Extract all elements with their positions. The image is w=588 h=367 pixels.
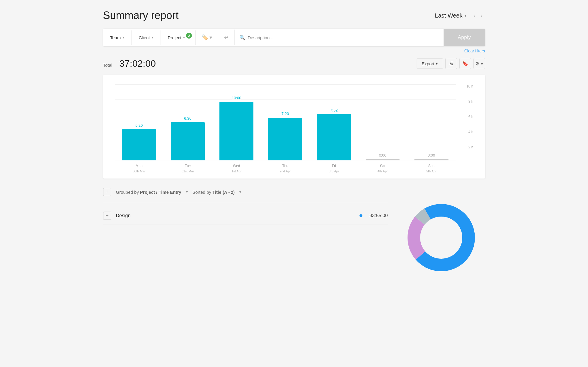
- row-time: 33:55:00: [369, 213, 388, 218]
- bar-day-label: Sat4th Apr: [358, 163, 407, 174]
- table-row: + Design 33:55:00: [103, 207, 388, 225]
- project-filter-button[interactable]: Project ▾ 2: [161, 30, 196, 45]
- search-input[interactable]: [248, 35, 439, 40]
- settings-button[interactable]: ⚙ ▾: [473, 58, 485, 69]
- bar-group: 10:00: [212, 84, 261, 160]
- client-filter-button[interactable]: Client ▾: [132, 30, 161, 45]
- team-filter-button[interactable]: Team ▾: [103, 30, 132, 45]
- separator: [103, 202, 388, 202]
- total-label: Total: [103, 63, 113, 68]
- bar-date-label: 5th Apr: [426, 169, 437, 173]
- chevron-down-icon: ▾: [152, 35, 154, 40]
- filter-bar: Team ▾ Client ▾ Project ▾ 2 🏷️ ▾ ↩ 🔍 App…: [103, 29, 485, 46]
- clear-filters-row: Clear filters: [103, 49, 485, 53]
- chevron-down-icon: ▾: [122, 35, 124, 40]
- bar-value: 7:52: [330, 108, 338, 112]
- y-axis-labels: 10 h 8 h 6 h 4 h 2 h: [457, 84, 473, 160]
- expand-row-button[interactable]: +: [103, 212, 111, 220]
- chevron-down-icon: ▾: [464, 13, 466, 18]
- header-right: Last Week ▾ ‹ ›: [435, 11, 485, 20]
- bar-group: 6:30: [163, 84, 212, 160]
- summary-row: Total 37:02:00 Export ▾ 🖨 🔖 ⚙ ▾: [103, 58, 485, 69]
- summary-actions: Export ▾ 🖨 🔖 ⚙ ▾: [417, 58, 485, 69]
- bar: [414, 159, 448, 160]
- bar-date-label: 30th Mar: [133, 169, 145, 173]
- tags-icon: 🏷️ ▾: [202, 35, 212, 40]
- bar-date-label: 31st Mar: [182, 169, 194, 173]
- clear-filters-button[interactable]: Clear filters: [464, 49, 485, 53]
- grouped-by-label: Grouped by Project / Time Entry: [116, 190, 181, 195]
- donut-chart-container: [397, 188, 485, 276]
- project-filter-label: Project: [168, 35, 182, 40]
- bar-group: 7:52: [310, 84, 358, 160]
- bar-value: 10:00: [232, 96, 241, 100]
- bar-day-label: Thu2nd Apr: [261, 163, 309, 174]
- bar-day-label: Wed1st Apr: [212, 163, 261, 174]
- apply-button[interactable]: Apply: [444, 29, 485, 46]
- project-filter-badge: 2: [186, 33, 192, 39]
- bar-day-label: Fri3rd Apr: [310, 163, 358, 174]
- donut-chart: [403, 200, 479, 276]
- settings-icon: ⚙ ▾: [475, 61, 483, 66]
- x-axis-label-group: Sun5th Apr: [407, 160, 456, 174]
- y-label: 2 h: [468, 145, 473, 149]
- x-axis-label-group: Mon30th Mar: [115, 160, 163, 174]
- chevron-down-icon: ▾: [183, 35, 185, 40]
- nav-arrows: ‹ ›: [471, 11, 485, 20]
- bar: [317, 114, 351, 160]
- billable-filter-button[interactable]: ↩: [218, 30, 235, 45]
- x-axis-label-group: Sat4th Apr: [358, 160, 407, 174]
- bar-date-label: 2nd Apr: [280, 169, 291, 173]
- sort-dropdown-button[interactable]: ▾: [239, 190, 241, 194]
- x-axis-label-group: Fri3rd Apr: [310, 160, 358, 174]
- bar-value: 6:30: [184, 116, 191, 121]
- bookmark-button[interactable]: 🔖: [459, 58, 471, 69]
- total-time: 37:02:00: [119, 58, 156, 69]
- bar-group: 7:20: [261, 84, 309, 160]
- client-filter-label: Client: [139, 35, 150, 40]
- row-name: Design: [116, 213, 360, 218]
- bars-row: 5:206:3010:007:207:520:000:00: [115, 84, 473, 160]
- bar-value: 7:20: [282, 112, 289, 116]
- bar-day-label: Sun5th Apr: [407, 163, 456, 174]
- bar-group: 0:00: [358, 84, 407, 160]
- y-label: 4 h: [468, 130, 473, 134]
- bar-date-label: 3rd Apr: [329, 169, 339, 173]
- bar-value: 0:00: [428, 153, 435, 157]
- table-section: + Grouped by Project / Time Entry ▾ Sort…: [103, 188, 388, 225]
- x-axis-label-group: Tue31st Mar: [163, 160, 212, 174]
- bar-date-label: 4th Apr: [378, 169, 388, 173]
- grouping-dropdown-button[interactable]: ▾: [186, 190, 188, 194]
- bar-day-label: Tue31st Mar: [163, 163, 212, 174]
- chart-container: 5:206:3010:007:207:520:000:00 10 h 8 h 6…: [103, 75, 485, 179]
- x-axis-label-group: Thu2nd Apr: [261, 160, 309, 174]
- bar: [366, 159, 400, 160]
- add-grouping-button[interactable]: +: [103, 188, 111, 196]
- page-title: Summary report: [103, 9, 179, 22]
- bar: [268, 118, 302, 160]
- x-axis-label-group: Wed1st Apr: [212, 160, 261, 174]
- data-rows: + Design 33:55:00: [103, 207, 388, 225]
- next-arrow-button[interactable]: ›: [479, 11, 485, 20]
- date-range-label: Last Week: [435, 12, 462, 19]
- donut-segment: [408, 217, 425, 260]
- sorted-by-label: Sorted by Title (A - z): [192, 190, 235, 195]
- bar-group: 5:20: [115, 84, 163, 160]
- y-label: 10 h: [466, 84, 473, 88]
- bar: [219, 102, 253, 160]
- export-button[interactable]: Export ▾: [417, 58, 443, 69]
- print-icon: 🖨: [449, 61, 454, 66]
- bar-value: 5:20: [135, 123, 143, 128]
- print-button[interactable]: 🖨: [445, 58, 457, 69]
- bookmark-icon: 🔖: [462, 61, 468, 66]
- billable-icon: ↩: [224, 35, 229, 40]
- bottom-section: + Grouped by Project / Time Entry ▾ Sort…: [103, 188, 485, 276]
- team-filter-label: Team: [110, 35, 121, 40]
- prev-arrow-button[interactable]: ‹: [471, 11, 478, 20]
- row-color-dot: [359, 214, 362, 217]
- y-label: 8 h: [468, 100, 473, 104]
- tags-filter-button[interactable]: 🏷️ ▾: [196, 30, 218, 45]
- bar-value: 0:00: [379, 153, 386, 157]
- date-range-button[interactable]: Last Week ▾: [435, 12, 466, 19]
- grouping-row: + Grouped by Project / Time Entry ▾ Sort…: [103, 188, 388, 196]
